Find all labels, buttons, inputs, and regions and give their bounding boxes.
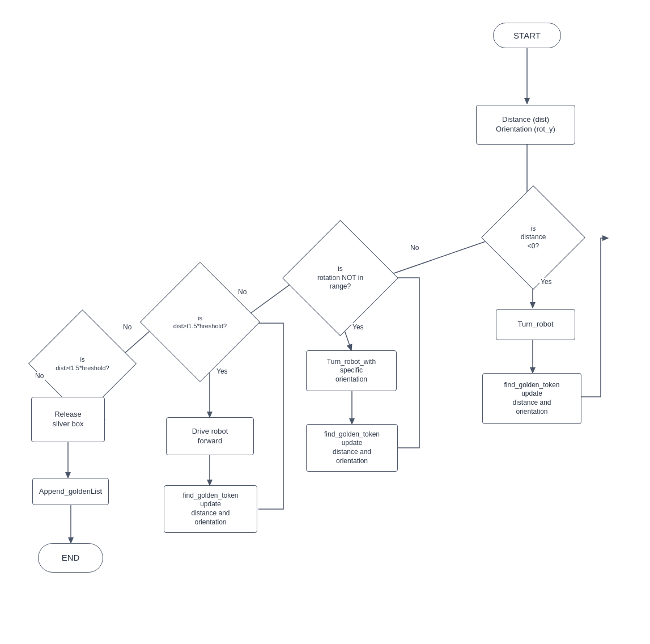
dist-threshold-node: isdist>t1.5*hreshold?: [158, 279, 243, 365]
dist-threshold-label: isdist>t1.5*hreshold?: [173, 314, 227, 331]
find-golden-mid-label: find_golden_tokenupdatedistance andorien…: [324, 430, 380, 465]
threshold-no-label: No: [122, 323, 133, 331]
rot-check-label: isrotation NOT inrange?: [317, 265, 363, 291]
end-node: END: [38, 543, 103, 573]
turn-robot-label: Turn_robot: [517, 320, 553, 329]
silver-check-node: isdist>t1.5*hreshold?: [44, 325, 121, 402]
turn-robot-node: Turn_robot: [496, 309, 575, 340]
dist-yes-label: Yes: [539, 278, 553, 286]
find-golden-right-label: find_golden_tokenupdatedistance andorien…: [504, 381, 559, 416]
release-silver-node: Releasesilver box: [31, 397, 105, 442]
find-golden-mid-node: find_golden_tokenupdatedistance andorien…: [306, 424, 398, 472]
measure-node: Distance (dist)Orientation (rot_y): [476, 105, 575, 145]
start-label: START: [513, 30, 541, 41]
append-golden-node: Append_goldenList: [32, 478, 109, 505]
rot-no-label: No: [237, 288, 248, 296]
dist-no-label: No: [409, 244, 420, 252]
find-golden-left-node: find_golden_tokenupdatedistance andorien…: [164, 485, 257, 533]
find-golden-left-label: find_golden_tokenupdatedistance andorien…: [182, 492, 238, 527]
dist-check-label: isdistance<0?: [521, 224, 546, 251]
threshold-yes-label: Yes: [215, 367, 229, 375]
turn-specific-label: Turn_robot_withspecificorientation: [327, 358, 376, 384]
silver-check-label: isdist>t1.5*hreshold?: [56, 355, 109, 372]
end-label: END: [62, 552, 80, 564]
drive-forward-node: Drive robotforward: [166, 417, 254, 455]
append-golden-label: Append_goldenList: [39, 487, 102, 497]
measure-label: Distance (dist)Orientation (rot_y): [496, 115, 555, 134]
release-silver-label: Releasesilver box: [53, 410, 84, 429]
silver-no-label: No: [34, 372, 45, 380]
start-node: START: [493, 23, 561, 48]
rot-check-node: isrotation NOT inrange?: [299, 237, 381, 319]
find-golden-right-node: find_golden_tokenupdatedistance andorien…: [482, 373, 581, 424]
dist-check-node: isdistance<0?: [496, 201, 570, 274]
svg-line-5: [381, 238, 495, 278]
drive-forward-label: Drive robotforward: [192, 427, 228, 446]
turn-specific-node: Turn_robot_withspecificorientation: [306, 350, 397, 391]
rot-yes-label: Yes: [351, 323, 365, 331]
